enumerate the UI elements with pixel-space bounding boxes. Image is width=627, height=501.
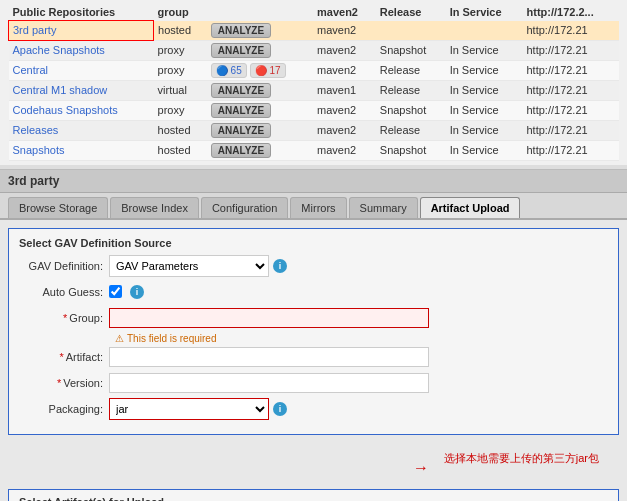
group-input[interactable] bbox=[109, 308, 429, 328]
analyze-button[interactable]: ANALYZE bbox=[211, 23, 271, 38]
tab-summary[interactable]: Summary bbox=[349, 197, 418, 218]
analyze-button[interactable]: ANALYZE bbox=[211, 43, 271, 58]
tab-mirrors[interactable]: Mirrors bbox=[290, 197, 346, 218]
artifact-row: *Artifact: bbox=[19, 346, 608, 368]
repo-action: ANALYZE bbox=[207, 40, 313, 60]
tab-artifact-upload[interactable]: Artifact Upload bbox=[420, 197, 521, 218]
packaging-info-icon[interactable]: i bbox=[273, 402, 287, 416]
repo-url[interactable]: http://172.21 bbox=[523, 21, 620, 41]
col-header-policy: Release bbox=[376, 4, 446, 21]
analyze-button[interactable]: ANALYZE bbox=[211, 143, 271, 158]
artifact-input[interactable] bbox=[109, 347, 429, 367]
repo-format: maven2 bbox=[313, 120, 376, 140]
repo-action: ANALYZE bbox=[207, 21, 313, 41]
version-required-star: * bbox=[57, 377, 61, 389]
repo-name[interactable]: Apache Snapshots bbox=[9, 40, 154, 60]
content-area: Select GAV Definition Source GAV Definit… bbox=[0, 220, 627, 502]
group-row: *Group: bbox=[19, 307, 608, 329]
artifact-required-star: * bbox=[59, 351, 63, 363]
repo-status: In Service bbox=[446, 80, 523, 100]
col-header-format: maven2 bbox=[313, 4, 376, 21]
warning-icon: ⚠ bbox=[115, 333, 124, 344]
badge-blue: 🔵 65 bbox=[211, 63, 247, 78]
repo-table: Public Repositories group maven2 Release… bbox=[8, 4, 619, 161]
repo-url[interactable]: http://172.21 bbox=[523, 140, 620, 160]
version-input[interactable] bbox=[109, 373, 429, 393]
repo-format: maven2 bbox=[313, 100, 376, 120]
artifact-label: *Artifact: bbox=[19, 351, 109, 363]
artifact-upload-box: Select Artifact(s) for Upload Select Art… bbox=[8, 489, 619, 502]
repo-url[interactable]: http://172.21 bbox=[523, 80, 620, 100]
annotation-text: 选择本地需要上传的第三方jar包 bbox=[444, 451, 599, 466]
repo-status: In Service bbox=[446, 60, 523, 80]
auto-guess-label: Auto Guess: bbox=[19, 286, 109, 298]
app-container: Public Repositories group maven2 Release… bbox=[0, 0, 627, 501]
repo-name[interactable]: 3rd party bbox=[9, 21, 154, 41]
repo-name[interactable]: Central bbox=[9, 60, 154, 80]
annotation-area: → 选择本地需要上传的第三方jar包 bbox=[8, 443, 619, 483]
repo-type: proxy bbox=[154, 60, 207, 80]
repo-name[interactable]: Central M1 shadow bbox=[9, 80, 154, 100]
repo-format: maven1 bbox=[313, 80, 376, 100]
repo-url[interactable]: http://172.21 bbox=[523, 100, 620, 120]
table-row: Central M1 shadow virtual ANALYZE maven1… bbox=[9, 80, 620, 100]
artifact-box-title: Select Artifact(s) for Upload bbox=[19, 496, 608, 502]
repo-name[interactable]: Snapshots bbox=[9, 140, 154, 160]
repo-policy: Snapshot bbox=[376, 100, 446, 120]
gav-definition-row: GAV Definition: GAV ParametersPOM File i bbox=[19, 255, 608, 277]
top-section: Public Repositories group maven2 Release… bbox=[0, 0, 627, 165]
auto-guess-checkbox[interactable] bbox=[109, 285, 122, 298]
badge-red: 🔴 17 bbox=[250, 63, 286, 78]
section-title: 3rd party bbox=[0, 169, 627, 193]
table-row: Apache Snapshots proxy ANALYZE maven2 Sn… bbox=[9, 40, 620, 60]
version-label: *Version: bbox=[19, 377, 109, 389]
group-error-text: ⚠ This field is required bbox=[115, 333, 608, 344]
analyze-button[interactable]: ANALYZE bbox=[211, 103, 271, 118]
version-row: *Version: bbox=[19, 372, 608, 394]
gav-definition-box: Select GAV Definition Source GAV Definit… bbox=[8, 228, 619, 435]
group-label: *Group: bbox=[19, 312, 109, 324]
col-header-group: group bbox=[154, 4, 207, 21]
col-header-url: http://172.2... bbox=[523, 4, 620, 21]
tab-bar: Browse StorageBrowse IndexConfigurationM… bbox=[0, 193, 627, 220]
repo-status: In Service bbox=[446, 100, 523, 120]
repo-format: maven2 bbox=[313, 21, 376, 41]
analyze-button[interactable]: ANALYZE bbox=[211, 123, 271, 138]
packaging-select[interactable]: jarwarpomearzip bbox=[109, 398, 269, 420]
repo-url[interactable]: http://172.21 bbox=[523, 120, 620, 140]
table-row: Codehaus Snapshots proxy ANALYZE maven2 … bbox=[9, 100, 620, 120]
repo-action: ANALYZE bbox=[207, 100, 313, 120]
repo-name[interactable]: Codehaus Snapshots bbox=[9, 100, 154, 120]
repo-type: hosted bbox=[154, 140, 207, 160]
repo-status bbox=[446, 21, 523, 41]
group-required-star: * bbox=[63, 312, 67, 324]
repo-action: ANALYZE bbox=[207, 120, 313, 140]
repo-policy: Snapshot bbox=[376, 140, 446, 160]
repo-action: 🔵 65 🔴 17 bbox=[207, 60, 313, 80]
repo-format: maven2 bbox=[313, 40, 376, 60]
gav-info-icon[interactable]: i bbox=[273, 259, 287, 273]
table-row: Snapshots hosted ANALYZE maven2 Snapshot… bbox=[9, 140, 620, 160]
repo-action: ANALYZE bbox=[207, 140, 313, 160]
tab-browse-storage[interactable]: Browse Storage bbox=[8, 197, 108, 218]
tab-configuration[interactable]: Configuration bbox=[201, 197, 288, 218]
badge-count-blue: 🔵 65 bbox=[216, 65, 242, 76]
auto-guess-info-icon[interactable]: i bbox=[130, 285, 144, 299]
table-header-row: Public Repositories group maven2 Release… bbox=[9, 4, 620, 21]
repo-type: virtual bbox=[154, 80, 207, 100]
repo-url[interactable]: http://172.21 bbox=[523, 60, 620, 80]
repo-format: maven2 bbox=[313, 60, 376, 80]
packaging-label: Packaging: bbox=[19, 403, 109, 415]
repo-status: In Service bbox=[446, 140, 523, 160]
repo-url[interactable]: http://172.21 bbox=[523, 40, 620, 60]
analyze-button[interactable]: ANALYZE bbox=[211, 83, 271, 98]
tab-browse-index[interactable]: Browse Index bbox=[110, 197, 199, 218]
repo-name[interactable]: Releases bbox=[9, 120, 154, 140]
annotation-arrow-icon: → bbox=[413, 459, 429, 477]
error-message: This field is required bbox=[127, 333, 216, 344]
gav-box-title: Select GAV Definition Source bbox=[19, 237, 608, 249]
repo-type: hosted bbox=[154, 120, 207, 140]
table-row: Central proxy 🔵 65 🔴 17 maven2 Release I… bbox=[9, 60, 620, 80]
gav-definition-select[interactable]: GAV ParametersPOM File bbox=[109, 255, 269, 277]
gav-definition-label: GAV Definition: bbox=[19, 260, 109, 272]
